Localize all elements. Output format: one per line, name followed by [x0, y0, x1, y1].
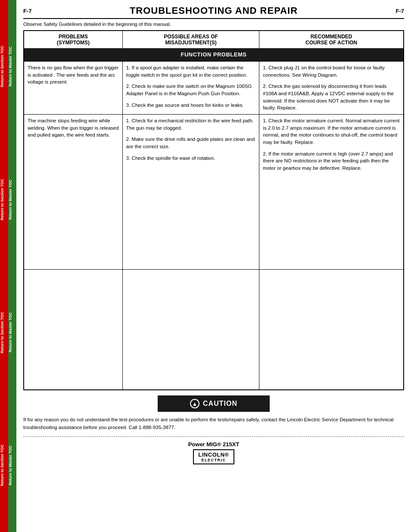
green-nav-strip[interactable]: Return to Master TOC Return to Master TO…	[8, 0, 16, 532]
safety-note: Observe Safety Guidelines detailed in th…	[23, 22, 404, 27]
return-section-toc-4[interactable]: Return to Section TOC	[0, 443, 8, 488]
caution-label: CAUTION	[203, 400, 237, 408]
empty-cell-3	[259, 269, 404, 390]
lincoln-logo-bottom: ELECTRIC	[198, 458, 229, 462]
problem-cell-2: The machine stops feeding wire while wel…	[24, 114, 122, 269]
action-item-1-1: 1. Check plug J1 on the control board fo…	[263, 64, 400, 78]
return-section-toc-1[interactable]: Return to Section TOC	[0, 44, 8, 89]
table-row: The machine stops feeding wire while wel…	[24, 114, 404, 269]
return-master-toc-1[interactable]: Return to Master TOC	[8, 45, 16, 88]
col-header-action: RECOMMENDEDCOURSE OF ACTION	[259, 31, 404, 49]
caution-box: ▲ CAUTION	[158, 395, 270, 412]
page-number-right: F-7	[396, 8, 405, 14]
area-item-1-1: 1. If a spool gun adapter is installed, …	[126, 64, 256, 78]
return-section-toc-3[interactable]: Return to Section TOC	[0, 310, 8, 355]
table-row: There is no gas flow when the gun trigge…	[24, 61, 404, 114]
troubleshoot-table: PROBLEMS(SYMPTOMS) POSSIBLE AREAS OFMISA…	[23, 30, 404, 390]
function-problems-label: FUNCTION PROBLEMS	[24, 49, 404, 62]
function-problems-header-row: FUNCTION PROBLEMS	[24, 49, 404, 62]
area-item-2-2: 2. Make sure the drive rolls and guide p…	[126, 136, 256, 150]
return-master-toc-4[interactable]: Return to Master TOC	[8, 444, 16, 487]
page-number-left: F-7	[23, 8, 32, 14]
caution-text: If for any reason you do not understand …	[23, 416, 404, 431]
page-title: TROUBLESHOOTING AND REPAIR	[32, 5, 396, 16]
footer-product-name: Power MIG® 215XT	[23, 441, 404, 448]
action-item-2-1: 1. Check the motor armature current. Nor…	[263, 117, 400, 146]
empty-cell-2	[122, 269, 259, 390]
problem-text-1: There is no gas flow when the gun trigge…	[28, 65, 118, 84]
action-cell-2: 1. Check the motor armature current. Nor…	[259, 114, 404, 269]
empty-cell-1	[24, 269, 122, 390]
action-item-1-2: 2. Check the gas solenoid by disconnecti…	[263, 83, 400, 112]
footer: Power MIG® 215XT LINCOLN® ELECTRIC	[23, 436, 404, 464]
return-section-toc-2[interactable]: Return to Section TOC	[0, 177, 8, 222]
lincoln-electric-logo: LINCOLN® ELECTRIC	[193, 449, 234, 464]
action-cell-1: 1. Check plug J1 on the control board fo…	[259, 61, 404, 114]
lincoln-logo-top: LINCOLN®	[198, 451, 229, 458]
problem-cell-1: There is no gas flow when the gun trigge…	[24, 61, 122, 114]
areas-cell-2: 1. Check for a mechanical restriction in…	[122, 114, 259, 269]
area-item-1-3: 3. Check the gas source and hoses for ki…	[126, 102, 256, 109]
return-master-toc-3[interactable]: Return to Master TOC	[8, 311, 16, 354]
col-header-areas: POSSIBLE AREAS OFMISADJUSTMENT(S)	[122, 31, 259, 49]
empty-row	[24, 269, 404, 390]
caution-section: ▲ CAUTION If for any reason you do not u…	[23, 395, 404, 431]
red-nav-strip[interactable]: Return to Section TOC Return to Section …	[0, 0, 8, 532]
registered-mark: ®	[225, 451, 229, 458]
area-item-2-1: 1. Check for a mechanical restriction in…	[126, 117, 256, 131]
caution-triangle-icon: ▲	[190, 399, 199, 408]
areas-cell-1: 1. If a spool gun adapter is installed, …	[122, 61, 259, 114]
main-content: F-7 TROUBLESHOOTING AND REPAIR F-7 Obser…	[16, 0, 411, 532]
return-master-toc-2[interactable]: Return to Master TOC	[8, 178, 16, 221]
area-item-2-3: 3. Check the spindle for ease of rotatio…	[126, 155, 256, 162]
action-item-2-2: 2. If the motor armature current is high…	[263, 150, 400, 172]
problem-text-2: The machine stops feeding wire while wel…	[28, 118, 119, 137]
side-navigation: Return to Section TOC Return to Section …	[0, 0, 16, 532]
col-header-problems: PROBLEMS(SYMPTOMS)	[24, 31, 122, 49]
area-item-1-2: 2. Check to make sure the switch on the …	[126, 83, 256, 97]
page-header: F-7 TROUBLESHOOTING AND REPAIR F-7	[23, 5, 404, 19]
